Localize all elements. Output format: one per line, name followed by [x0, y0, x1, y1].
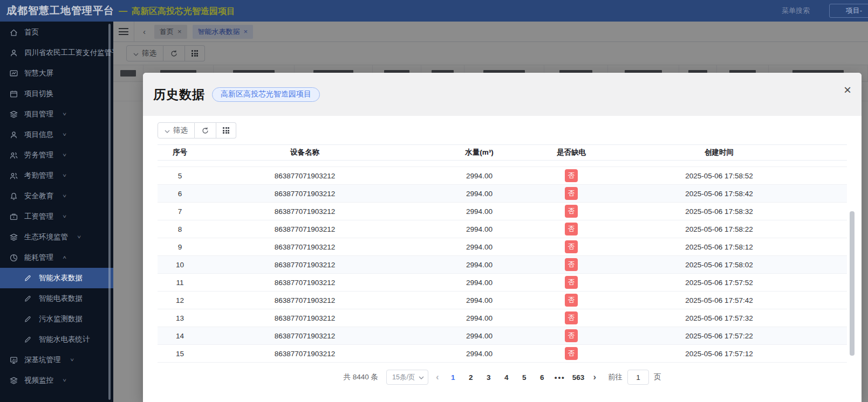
sidebar-item-12[interactable]: 智能水表数据 — [0, 268, 113, 288]
lack-power-badge: 否 — [565, 258, 578, 271]
total-count: 共 8440 条 — [343, 372, 378, 382]
page-6[interactable]: 6 — [536, 373, 549, 382]
cell-lack-power: 否 — [551, 309, 591, 327]
page-2[interactable]: 2 — [464, 373, 477, 382]
table-row: 148638770719032122994.00否2025-05-06 17:5… — [158, 327, 847, 345]
sidebar-item-5[interactable]: 项目信息˅ — [0, 124, 113, 145]
sidebar-item-13[interactable]: 智能电表数据 — [0, 288, 113, 309]
page-5[interactable]: 5 — [518, 373, 531, 382]
sidebar-item-label: 生态环境监管 — [24, 232, 68, 242]
cell-index: 6 — [158, 185, 202, 202]
cell-water: 2994.00 — [407, 309, 551, 327]
sidebar-item-8[interactable]: 安全教育˅ — [0, 186, 113, 206]
page-1[interactable]: 1 — [447, 373, 460, 382]
team-icon — [9, 171, 18, 181]
goto-page-input[interactable] — [627, 370, 649, 385]
chevron-down-icon: ˅ — [63, 112, 66, 117]
sidebar-item-10[interactable]: 生态环境监管˅ — [0, 227, 113, 247]
sidebar-item-label: 工资管理 — [24, 212, 53, 221]
bell-icon — [9, 192, 18, 201]
chevron-down-icon: ˅ — [77, 234, 81, 240]
sidebar-item-16[interactable]: 深基坑管理˅ — [0, 350, 113, 370]
cell-lack-power: 否 — [551, 185, 591, 202]
table-row: 128638770719032122994.00否2025-05-06 17:5… — [158, 292, 847, 309]
cell-created-time: 2025-05-06 17:58:02 — [591, 256, 847, 273]
grid-icon — [223, 127, 229, 134]
cell-device-name: 863877071903212 — [202, 327, 407, 344]
lack-power-badge: 否 — [565, 223, 578, 235]
page-3[interactable]: 3 — [482, 373, 495, 382]
team-icon — [9, 171, 18, 181]
team-icon — [9, 151, 18, 160]
sidebar-item-14[interactable]: 污水监测数据 — [0, 309, 113, 329]
modal-refresh-button[interactable] — [195, 122, 216, 138]
layers-icon — [9, 233, 18, 242]
home-icon — [9, 28, 18, 37]
sidebar-item-0[interactable]: 首页 — [0, 22, 113, 43]
cell-created-time: 2025-05-06 17:57:12 — [591, 345, 847, 362]
cell-created-time: 2025-05-06 17:58:22 — [591, 220, 847, 238]
cell-index: 10 — [158, 256, 202, 273]
menu-search[interactable]: 菜单搜索 — [782, 6, 810, 16]
sidebar-item-9[interactable]: 工资管理˅ — [0, 206, 113, 227]
sidebar-item-label: 智能水表数据 — [39, 273, 83, 283]
table-header: 序号 设备名称 水量(m³) 是否缺电 创建时间 — [158, 144, 847, 161]
table-row: 118638770719032122994.00否2025-05-06 17:5… — [158, 274, 847, 292]
pen-icon — [24, 315, 32, 323]
sidebar-item-11[interactable]: 能耗管理˄ — [0, 247, 113, 268]
cell-water: 2994.00 — [407, 203, 551, 220]
cell-water: 2994.00 — [407, 220, 551, 238]
layers-icon — [9, 376, 18, 385]
cell-created-time: 2025-05-06 17:57:52 — [591, 274, 847, 291]
lack-power-badge: 否 — [565, 240, 578, 253]
close-icon[interactable]: × — [842, 81, 853, 99]
dashboard-icon — [9, 69, 18, 78]
more-pages-icon[interactable]: ••• — [553, 373, 566, 382]
sidebar-item-label: 视频监控 — [24, 376, 53, 385]
page-size-select[interactable]: 15条/页 — [386, 370, 428, 385]
sidebar-item-label: 首页 — [24, 27, 39, 37]
calendar-icon — [9, 89, 18, 99]
page-4[interactable]: 4 — [500, 373, 513, 382]
lack-power-badge: 否 — [565, 347, 578, 360]
prev-page-icon[interactable]: ‹ — [433, 372, 442, 383]
cell-lack-power: 否 — [551, 203, 591, 220]
monitor-icon — [9, 356, 18, 365]
cell-lack-power: 否 — [551, 220, 591, 238]
next-page-icon[interactable]: › — [590, 372, 599, 383]
chevron-down-icon: ˅ — [63, 153, 66, 158]
sidebar-item-label: 污水监测数据 — [39, 314, 83, 324]
cell-lack-power: 否 — [551, 238, 591, 255]
sidebar-item-label: 四川省农民工工资支付监管平台 — [24, 48, 113, 58]
sidebar: 首页四川省农民工工资支付监管平台智慧大屏项目切换项目管理˅项目信息˅劳务管理˅考… — [0, 22, 113, 402]
app-root: 成都智慧工地管理平台 — 高新区高投芯光智造园项目 菜单搜索 项目- 首页四川省… — [0, 0, 868, 402]
cell-water: 2994.00 — [407, 238, 551, 255]
sidebar-item-4[interactable]: 项目管理˅ — [0, 104, 113, 124]
calendar-icon — [9, 89, 18, 99]
pen-icon — [24, 294, 33, 303]
cell-device-name: 863877071903212 — [202, 256, 407, 273]
cell-water: 2994.00 — [407, 256, 551, 273]
modal-columns-button[interactable] — [216, 122, 236, 138]
sidebar-item-17[interactable]: 视频监控˅ — [0, 370, 113, 391]
chevron-down-icon: ˅ — [63, 173, 66, 178]
lack-power-badge: 否 — [565, 187, 578, 200]
sidebar-item-2[interactable]: 智慧大屏 — [0, 63, 113, 84]
sidebar-item-6[interactable]: 劳务管理˅ — [0, 145, 113, 165]
cell-device-name: 863877071903212 — [202, 238, 407, 255]
sidebar-item-15[interactable]: 智能水电表统计 — [0, 329, 113, 350]
sidebar-scrollbar[interactable] — [108, 24, 111, 400]
sidebar-item-7[interactable]: 考勤管理˅ — [0, 165, 113, 186]
cell-created-time: 2025-05-06 17:57:42 — [591, 292, 847, 309]
cell-device-name: 863877071903212 — [202, 345, 407, 362]
chevron-up-icon: ˄ — [63, 255, 66, 260]
history-data-modal: 历史数据 高新区高投芯光智造园项目 × 筛选 序号 设备名称 水量(m — [143, 73, 862, 402]
modal-filter-button[interactable]: 筛选 — [158, 122, 195, 138]
platform-title: 成都智慧工地管理平台 — [6, 4, 114, 18]
project-button[interactable]: 项目- — [829, 4, 868, 18]
cell-index: 12 — [158, 292, 202, 309]
sidebar-item-3[interactable]: 项目切换 — [0, 84, 113, 104]
table-scrollbar[interactable] — [850, 211, 855, 356]
sidebar-item-1[interactable]: 四川省农民工工资支付监管平台 — [0, 43, 113, 63]
page-563[interactable]: 563 — [571, 373, 586, 382]
